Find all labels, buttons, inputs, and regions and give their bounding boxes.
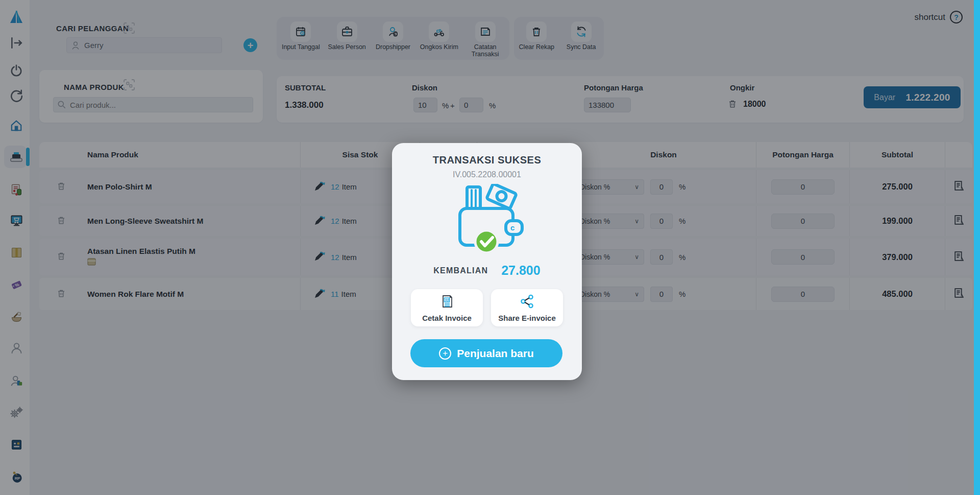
transaction-success-modal: TRANSAKSI SUKSES IV.005.2208.00001 c KEM… [392, 143, 582, 380]
pos-screen: % RP CARI PELANGGAN + NAMA PRODUK [0, 0, 980, 495]
cetak-invoice-label: Cetak Invoice [422, 314, 472, 322]
penjualan-baru-button[interactable]: + Penjualan baru [410, 339, 562, 367]
scrollbar[interactable] [974, 0, 980, 495]
kembalian-amount: 27.800 [501, 263, 540, 278]
svg-text:c: c [510, 223, 514, 232]
svg-text:RP: RP [445, 298, 450, 301]
invoice-number: IV.005.2208.00001 [392, 170, 582, 179]
plus-circle-icon: + [439, 347, 451, 360]
wallet-success-icon: c [392, 184, 582, 255]
share-einvoice-label: Share E-invoice [498, 314, 556, 322]
penjualan-baru-label: Penjualan baru [457, 347, 534, 360]
share-icon [520, 294, 535, 311]
share-einvoice-button[interactable]: Share E-invoice [491, 289, 563, 326]
cetak-invoice-button[interactable]: RP Cetak Invoice [411, 289, 483, 326]
modal-title: TRANSAKSI SUKSES [392, 154, 582, 166]
kembalian-label: KEMBALIAN [433, 266, 488, 275]
print-invoice-icon: RP [439, 294, 455, 311]
